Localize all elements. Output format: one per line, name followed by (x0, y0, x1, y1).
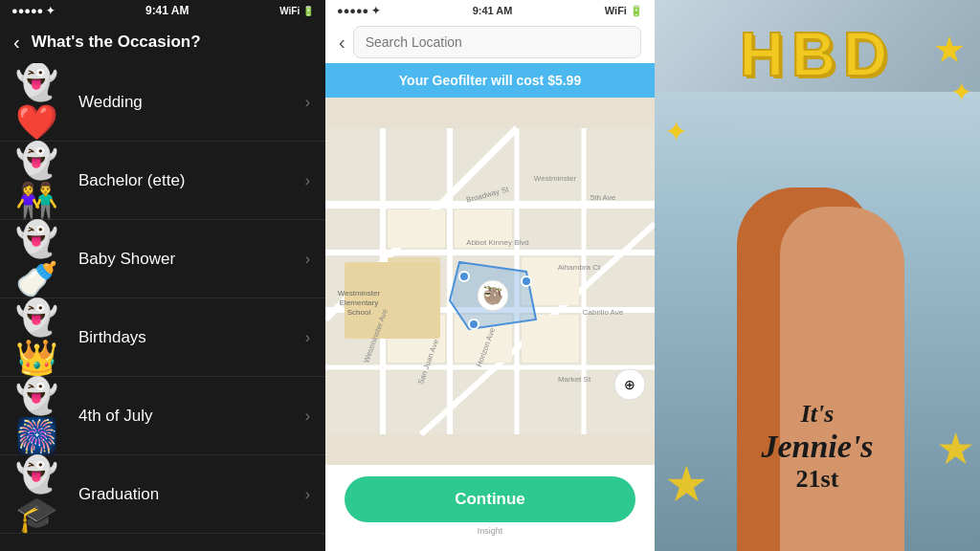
map-status-bar: ●●●●● ✦ 9:41 AM WiFi 🔋 (325, 0, 655, 21)
svg-text:Westminster: Westminster (534, 174, 577, 183)
map-back-button[interactable]: ‹ (339, 32, 345, 54)
star-top-right: ★ (933, 29, 966, 71)
svg-text:🦥: 🦥 (482, 285, 504, 306)
svg-text:⊕: ⊕ (624, 377, 635, 392)
photo-background: HBD ★ ✦ It's Jennie's 21st ★ ★ ✦ (655, 0, 980, 551)
svg-text:Cabrillo Ave: Cabrillo Ave (583, 308, 624, 317)
occasion-label-birthdays: Birthdays (78, 328, 305, 347)
svg-text:Elementary: Elementary (340, 298, 378, 307)
occasion-label-baby-shower: Baby Shower (78, 250, 305, 269)
star-bottom-right: ★ (936, 423, 975, 474)
chevron-icon-birthdays: › (305, 329, 310, 346)
chevron-icon-wedding: › (305, 94, 310, 111)
svg-text:Abbot Kinney Blvd: Abbot Kinney Blvd (466, 238, 528, 247)
map-panel: ●●●●● ✦ 9:41 AM WiFi 🔋 ‹ Your Geofilter … (325, 0, 655, 551)
occasion-icon-birthdays: 👻👑 (15, 313, 65, 363)
star-mid-left: ✦ (664, 115, 688, 148)
back-button[interactable]: ‹ (13, 32, 20, 54)
clock: 9:41 AM (145, 4, 189, 17)
svg-text:School: School (347, 308, 371, 317)
star-bottom-left: ★ (664, 455, 709, 513)
occasion-icon-baby-shower: 👻🍼 (15, 234, 65, 284)
map-footer: Continue Insight (325, 465, 655, 551)
its-label: It's (655, 400, 980, 429)
search-input[interactable] (353, 26, 641, 58)
svg-text:5th Ave: 5th Ave (590, 193, 616, 202)
occasion-item-wedding[interactable]: 👻❤️ Wedding › (0, 63, 325, 142)
occasion-item-bachelor[interactable]: 👻👫 Bachelor (ette) › (0, 142, 325, 220)
chevron-icon-baby-shower: › (305, 251, 310, 268)
map-battery: WiFi 🔋 (605, 5, 643, 17)
svg-text:Market St: Market St (558, 375, 591, 384)
nav-bar: ‹ What's the Occasion? (0, 21, 325, 63)
battery-wifi-icons: WiFi 🔋 (279, 6, 314, 16)
chevron-icon-bachelor: › (305, 172, 310, 189)
map-view[interactable]: 🦥 ⊕ Broadway St Westminster 5th Ave Abbo… (325, 98, 655, 465)
svg-text:Alhambra Ct: Alhambra Ct (558, 263, 601, 272)
svg-point-21 (522, 276, 531, 286)
map-signal: ●●●●● ✦ (337, 5, 380, 17)
occasion-label-graduation: Graduation (78, 485, 305, 504)
chevron-icon-graduation: › (305, 486, 310, 503)
occasion-label-bachelor: Bachelor (ette) (78, 171, 305, 190)
occasion-icon-bachelor: 👻👫 (15, 156, 65, 206)
occasion-label-4th-july: 4th of July (78, 407, 305, 426)
svg-rect-17 (522, 315, 579, 363)
occasion-icon-wedding: 👻❤️ (15, 77, 65, 127)
occasion-label-wedding: Wedding (78, 93, 305, 112)
birthday-panel: HBD ★ ✦ It's Jennie's 21st ★ ★ ✦ (655, 0, 980, 551)
status-bar: ●●●●● ✦ 9:41 AM WiFi 🔋 (0, 0, 325, 21)
person-2 (780, 207, 904, 551)
map-nav-bar: ‹ (325, 21, 655, 63)
page-title: What's the Occasion? (32, 33, 201, 52)
occasion-list: 👻❤️ Wedding › 👻👫 Bachelor (ette) › 👻🍼 Ba… (0, 63, 325, 551)
signal-icons: ●●●●● ✦ (11, 5, 55, 17)
map-attribution: Insight (345, 526, 635, 536)
continue-button[interactable]: Continue (345, 476, 635, 522)
occasion-item-graduation[interactable]: 👻🎓 Graduation › (0, 455, 325, 534)
occasion-item-baby-shower[interactable]: 👻🍼 Baby Shower › (0, 220, 325, 298)
hbd-text: HBD (683, 19, 951, 90)
chevron-icon-4th-july: › (305, 408, 310, 425)
map-time: 9:41 AM (473, 5, 513, 16)
occasion-icon-4th-july: 👻🎆 (15, 391, 65, 441)
hbd-overlay: HBD (683, 19, 951, 90)
occasion-icon-graduation: 👻🎓 (15, 470, 65, 519)
cost-banner: Your Geofilter will cost $5.99 (325, 63, 655, 98)
occasion-item-4th-july[interactable]: 👻🎆 4th of July › (0, 377, 325, 455)
svg-point-20 (459, 272, 469, 281)
occasion-item-birthdays[interactable]: 👻👑 Birthdays › (0, 298, 325, 377)
svg-point-22 (469, 320, 479, 329)
star-top-right-2: ✦ (950, 77, 972, 108)
svg-rect-11 (388, 209, 445, 248)
svg-text:Westminster: Westminster (338, 289, 381, 298)
occasion-panel: ●●●●● ✦ 9:41 AM WiFi 🔋 ‹ What's the Occa… (0, 0, 325, 551)
